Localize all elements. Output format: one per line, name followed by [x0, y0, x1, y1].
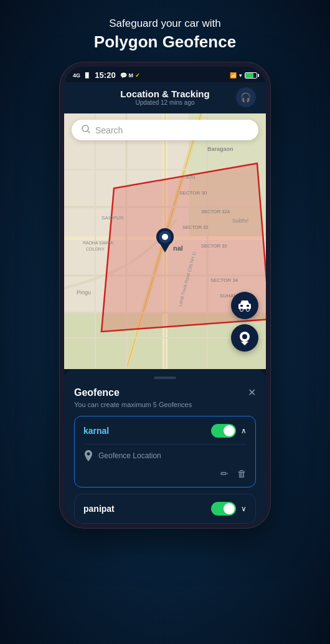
geofence-location-text: Geofence Location — [98, 451, 247, 460]
panel-subtitle: You can create maximum 5 Geofences — [74, 401, 256, 408]
headline: Safeguard your car with Polygon Geofence — [82, 0, 248, 62]
geofence-name-karnal: karnal — [83, 426, 109, 436]
signal-icon: 4G — [73, 72, 80, 79]
car-location-button[interactable] — [231, 292, 258, 319]
status-icons: 📶 ▾ — [230, 72, 257, 79]
app-title: Location & Tracking — [120, 89, 209, 99]
svg-text:RADHA SWAMI: RADHA SWAMI — [83, 241, 114, 245]
edit-icon[interactable]: ✏ — [220, 468, 229, 479]
headline-sub: Safeguard your car with — [94, 17, 236, 30]
toggle-knob-panipat — [224, 503, 235, 514]
wifi-icon: ▾ — [239, 72, 242, 79]
geofence-controls-panipat: ∨ — [211, 502, 247, 516]
svg-text:SECTOR 32A: SECTOR 32A — [201, 209, 230, 214]
status-left: 4G ▐▌ 15:20 💬 M ✓ — [73, 70, 140, 80]
panel-header: Geofence ✕ — [74, 387, 256, 398]
check-icon: ✓ — [135, 72, 140, 79]
geofence-controls-karnal: ∧ — [211, 424, 247, 438]
svg-text:SECTOR 32: SECTOR 32 — [182, 224, 209, 230]
svg-point-36 — [162, 234, 168, 240]
chevron-down-icon[interactable]: ∨ — [241, 504, 247, 513]
svg-text:SECTOR 30: SECTOR 30 — [179, 190, 207, 196]
svg-text:TIKRI: TIKRI — [182, 175, 195, 180]
svg-text:SAIDPUR: SAIDPUR — [101, 215, 124, 221]
toggle-panipat[interactable] — [211, 502, 236, 516]
panel-close-button[interactable]: ✕ — [248, 387, 256, 398]
map-location-pin — [155, 228, 175, 255]
whatsapp-icon: 💬 — [120, 72, 127, 79]
location-pin-icon — [83, 449, 93, 462]
battery-icon — [245, 72, 257, 79]
svg-line-33 — [88, 131, 90, 133]
app-header: Location & Tracking Updated 12 mins ago … — [64, 82, 266, 113]
svg-marker-45 — [241, 342, 248, 345]
headphone-icon: 🎧 — [240, 92, 251, 102]
svg-text:SECTOR 34: SECTOR 34 — [210, 277, 238, 283]
search-bar[interactable]: Search — [72, 120, 258, 140]
panel-handle — [154, 377, 176, 379]
svg-marker-37 — [160, 244, 170, 252]
svg-text:Subhri: Subhri — [232, 218, 248, 224]
svg-text:Baragaon: Baragaon — [207, 146, 233, 152]
geofence-item-karnal[interactable]: karnal ∧ Geofence Location — [74, 416, 256, 488]
geofence-panel: Geofence ✕ You can create maximum 5 Geof… — [64, 369, 266, 524]
toggle-knob-karnal — [224, 425, 235, 436]
network-icon: ▐▌ — [83, 72, 90, 78]
svg-point-39 — [240, 309, 243, 312]
panel-title: Geofence — [74, 387, 120, 398]
svg-point-44 — [242, 334, 247, 339]
geofence-item-panipat[interactable]: panipat ∨ — [74, 494, 256, 524]
phone-screen: 4G ▐▌ 15:20 💬 M ✓ 📶 ▾ Location & Trackin… — [64, 67, 266, 524]
geofence-location-row: Geofence Location — [83, 444, 247, 462]
app-header-center: Location & Tracking Updated 12 mins ago — [120, 89, 209, 106]
svg-text:Pingu: Pingu — [77, 289, 91, 296]
battery-fill — [245, 73, 253, 78]
svg-rect-41 — [240, 305, 243, 307]
geofence-actions: ✏ 🗑 — [83, 468, 247, 479]
status-time: 15:20 — [95, 70, 115, 80]
delete-icon[interactable]: 🗑 — [237, 468, 247, 479]
map-container[interactable]: Baragaon TIKRI SECTOR 30 SECTOR 32A SECT… — [64, 113, 266, 369]
phone-signal-icon: 📶 — [230, 72, 237, 79]
search-placeholder: Search — [95, 125, 123, 135]
chevron-up-icon[interactable]: ∧ — [241, 426, 247, 435]
headphone-button[interactable]: 🎧 — [236, 87, 256, 107]
geofence-item-row-panipat: panipat ∨ — [83, 502, 247, 516]
search-icon — [82, 125, 90, 135]
svg-point-40 — [247, 309, 250, 312]
status-bar: 4G ▐▌ 15:20 💬 M ✓ 📶 ▾ — [64, 67, 266, 82]
map-status-icon: M — [129, 72, 134, 79]
pin-location-button[interactable] — [231, 324, 258, 352]
geofence-item-row: karnal ∧ — [83, 424, 247, 438]
svg-rect-42 — [247, 305, 249, 307]
geofence-name-panipat: panipat — [83, 504, 115, 514]
svg-text:COLONY: COLONY — [86, 247, 105, 251]
phone-wrapper: 4G ▐▌ 15:20 💬 M ✓ 📶 ▾ Location & Trackin… — [59, 62, 271, 529]
headline-main: Polygon Geofence — [94, 32, 236, 52]
app-subtitle: Updated 12 mins ago — [120, 99, 209, 106]
toggle-karnal[interactable] — [211, 424, 236, 438]
svg-text:SECTOR 33: SECTOR 33 — [201, 243, 227, 249]
